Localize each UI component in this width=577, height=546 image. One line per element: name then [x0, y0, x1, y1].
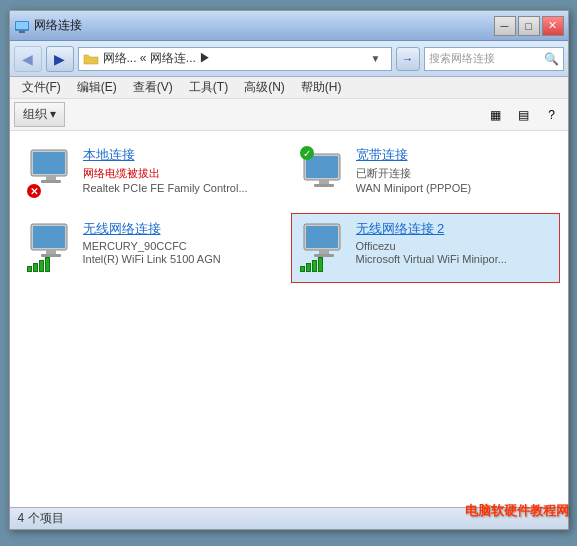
- status-bar: 4 个项目: [10, 507, 568, 529]
- connection-status: 网络电缆被拔出: [83, 166, 278, 181]
- toolbar: 组织 ▾ ▦ ▤ ?: [10, 99, 568, 131]
- menu-file[interactable]: 文件(F): [14, 77, 69, 98]
- search-placeholder: 搜索网络连接: [429, 51, 544, 66]
- menu-view[interactable]: 查看(V): [125, 77, 181, 98]
- connection-info-wireless: 无线网络连接 MERCURY_90CCFC Intel(R) WiFi Link…: [83, 220, 278, 266]
- svg-rect-2: [19, 31, 25, 33]
- svg-rect-1: [16, 22, 28, 29]
- svg-rect-9: [306, 156, 338, 178]
- connection-info-local: 本地连接 网络电缆被拔出 Realtek PCIe FE Family Cont…: [83, 146, 278, 195]
- svg-rect-17: [306, 226, 338, 248]
- pane-icon: ▤: [518, 108, 529, 122]
- connection-info-wireless2: 无线网络连接 2 Officezu Microsoft Virtual WiFi…: [356, 220, 551, 266]
- list-item[interactable]: 无线网络连接 2 Officezu Microsoft Virtual WiFi…: [291, 213, 560, 283]
- title-text: 网络连接: [34, 17, 82, 34]
- connection-name[interactable]: 本地连接: [83, 146, 278, 164]
- help-button[interactable]: ?: [540, 104, 564, 126]
- connection-icon-wireless: [27, 220, 75, 272]
- menu-help[interactable]: 帮助(H): [293, 77, 350, 98]
- connection-adapter: Intel(R) WiFi Link 5100 AGN: [83, 253, 278, 265]
- address-bar[interactable]: 网络... « 网络连... ▶ ▼: [78, 47, 392, 71]
- pane-button[interactable]: ▤: [512, 104, 536, 126]
- title-bar: 网络连接 ─ □ ✕: [10, 11, 568, 41]
- content-area: ✕ 本地连接 网络电缆被拔出 Realtek PCIe FE Family Co…: [10, 131, 568, 507]
- svg-rect-4: [33, 152, 65, 174]
- connection-icon-wireless2: [300, 220, 348, 272]
- connection-name[interactable]: 宽带连接: [356, 146, 551, 164]
- list-item[interactable]: ✓ 宽带连接 已断开连接 WAN Miniport (PPPOE): [291, 139, 560, 209]
- window-icon: [14, 18, 30, 34]
- svg-rect-7: [41, 180, 61, 183]
- connected-icon: ✓: [300, 146, 314, 160]
- back-icon: ◀: [22, 51, 33, 67]
- address-text: 网络... « 网络连... ▶: [103, 50, 367, 67]
- view-icon: ▦: [490, 108, 501, 122]
- signal-bars-icon: [300, 257, 323, 272]
- menu-bar: 文件(F) 编辑(E) 查看(V) 工具(T) 高级(N) 帮助(H): [10, 77, 568, 99]
- navigation-bar: ◀ ▶ 网络... « 网络连... ▶ ▼ → 搜索网络连接 🔍: [10, 41, 568, 77]
- toolbar-right: ▦ ▤ ?: [484, 104, 564, 126]
- search-icon[interactable]: 🔍: [544, 52, 559, 66]
- go-button[interactable]: →: [396, 47, 420, 71]
- connection-icon-broadband: ✓: [300, 146, 348, 198]
- search-box[interactable]: 搜索网络连接 🔍: [424, 47, 564, 71]
- connection-name[interactable]: 无线网络连接 2: [356, 220, 551, 238]
- help-icon: ?: [548, 108, 555, 122]
- connections-grid: ✕ 本地连接 网络电缆被拔出 Realtek PCIe FE Family Co…: [10, 131, 568, 507]
- forward-icon: ▶: [54, 51, 65, 67]
- network-connections-window: 网络连接 ─ □ ✕ ◀ ▶ 网络... « 网络连... ▶ ▼ → 搜索网络…: [9, 10, 569, 530]
- forward-button[interactable]: ▶: [46, 46, 74, 72]
- connection-status: Officezu: [356, 240, 551, 252]
- title-controls: ─ □ ✕: [494, 16, 564, 36]
- svg-rect-14: [46, 250, 56, 254]
- status-count: 4 个项目: [18, 510, 64, 527]
- connection-adapter: WAN Miniport (PPPOE): [356, 182, 551, 194]
- signal-bars-icon: [27, 257, 50, 272]
- svg-rect-6: [46, 176, 56, 180]
- connection-icon-local: ✕: [27, 146, 75, 198]
- back-button[interactable]: ◀: [14, 46, 42, 72]
- title-bar-left: 网络连接: [14, 17, 82, 34]
- svg-rect-11: [314, 184, 334, 187]
- close-button[interactable]: ✕: [542, 16, 564, 36]
- svg-rect-18: [319, 250, 329, 254]
- connection-adapter: Realtek PCIe FE Family Control...: [83, 182, 278, 194]
- folder-icon: [83, 51, 99, 67]
- maximize-button[interactable]: □: [518, 16, 540, 36]
- minimize-button[interactable]: ─: [494, 16, 516, 36]
- list-item[interactable]: 无线网络连接 MERCURY_90CCFC Intel(R) WiFi Link…: [18, 213, 287, 283]
- menu-advanced[interactable]: 高级(N): [236, 77, 293, 98]
- organize-button[interactable]: 组织 ▾: [14, 102, 65, 127]
- menu-tools[interactable]: 工具(T): [181, 77, 236, 98]
- address-dropdown-icon[interactable]: ▼: [371, 53, 387, 64]
- list-item[interactable]: ✕ 本地连接 网络电缆被拔出 Realtek PCIe FE Family Co…: [18, 139, 287, 209]
- connection-adapter: Microsoft Virtual WiFi Minipor...: [356, 253, 551, 265]
- go-icon: →: [402, 52, 414, 66]
- svg-rect-13: [33, 226, 65, 248]
- menu-edit[interactable]: 编辑(E): [69, 77, 125, 98]
- view-options-button[interactable]: ▦: [484, 104, 508, 126]
- connection-info-broadband: 宽带连接 已断开连接 WAN Miniport (PPPOE): [356, 146, 551, 195]
- connection-name[interactable]: 无线网络连接: [83, 220, 278, 238]
- svg-rect-10: [319, 180, 329, 184]
- connection-status: MERCURY_90CCFC: [83, 240, 278, 252]
- error-icon: ✕: [27, 184, 41, 198]
- toolbar-left: 组织 ▾: [14, 102, 65, 127]
- connection-status: 已断开连接: [356, 166, 551, 181]
